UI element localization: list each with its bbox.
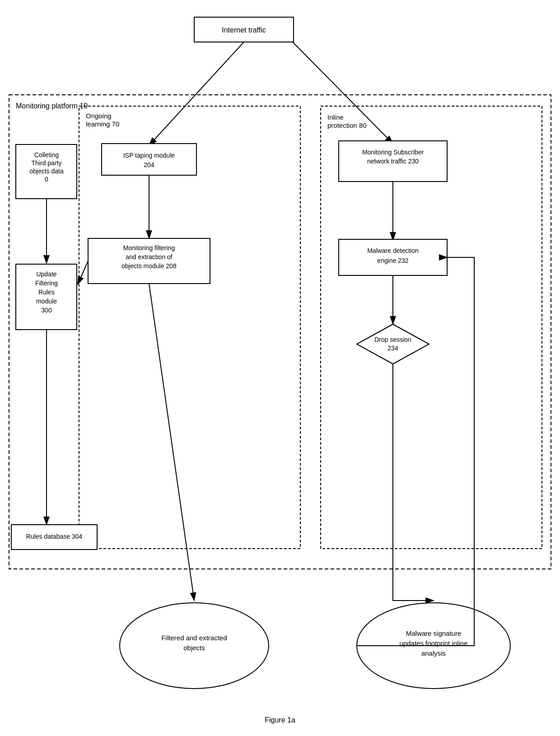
isp-taping-box	[102, 144, 196, 175]
monitoring-filtering-label: Monitoring filtering	[123, 244, 175, 252]
collecting-third-party-label2: Third party	[32, 159, 62, 167]
ongoing-learning-label: Ongoing	[86, 112, 112, 120]
malware-detection-label2: engine 232	[377, 257, 409, 264]
ongoing-learning-label2: learning 70	[86, 120, 119, 128]
monitoring-platform-label: Monitoring platform 10	[16, 102, 88, 110]
monitoring-filtering-label3: objects module 208	[121, 262, 177, 270]
update-filtering-label5: 300	[41, 307, 52, 314]
rules-database-label: Rules database 304	[26, 533, 83, 540]
drop-session-label: Drop session	[374, 336, 411, 343]
arrow-signature-to-detection	[357, 257, 474, 646]
drop-session-diamond	[357, 324, 429, 364]
malware-detection-label: Malware detection	[367, 247, 419, 254]
monitoring-subscriber-label2: network traffic 230	[367, 158, 419, 165]
update-filtering-label2: Filtering	[35, 279, 58, 287]
update-filtering-label3: Rules	[38, 289, 55, 296]
isp-taping-label: ISP taping module	[123, 152, 175, 159]
monitoring-platform-box	[9, 95, 551, 569]
diagram-svg: Monitoring platform 10 Ongoing learning …	[0, 0, 560, 736]
figure-caption: Figure 1a	[265, 716, 295, 724]
inline-protection-label: Inline	[327, 113, 344, 121]
arrow-internet-to-isp	[149, 42, 244, 145]
monitoring-filtering-label2: and extraction of	[126, 253, 173, 261]
update-filtering-label: Update	[36, 270, 56, 278]
diagram-container: Monitoring platform 10 Ongoing learning …	[0, 0, 560, 736]
arrow-drop-to-signature	[393, 364, 434, 601]
drop-session-label2: 234	[387, 345, 398, 352]
filtered-extracted-label: Filtered and extracted	[161, 634, 227, 642]
isp-taping-label2: 204	[144, 161, 154, 168]
monitoring-subscriber-label: Monitoring Subscriber	[362, 149, 424, 156]
arrow-filter-to-extracted	[149, 284, 194, 601]
internet-traffic-label: Internet traffic	[222, 26, 266, 34]
inline-protection-label2: protection 80	[327, 121, 367, 129]
collecting-third-party-label: Colleting	[34, 151, 59, 158]
update-filtering-label4: module	[36, 298, 57, 305]
filtered-extracted-label2: objects	[183, 644, 205, 652]
malware-signature-label3: analysis	[421, 649, 446, 657]
malware-signature-label: Malware signature	[406, 629, 462, 637]
collecting-third-party-label3: objects data	[29, 168, 64, 175]
collecting-third-party-label4: 0	[45, 176, 48, 183]
